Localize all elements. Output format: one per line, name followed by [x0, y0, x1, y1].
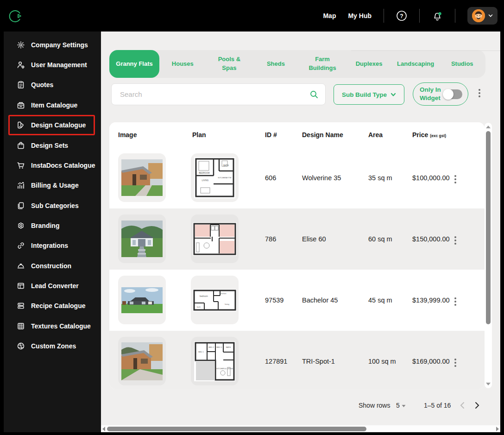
cell-name: Elise 60	[302, 235, 326, 243]
svg-text:BED 2: BED 2	[208, 346, 214, 348]
sidebar-item-label: User Management	[31, 61, 87, 69]
design-floor-plan[interactable]: BEDROOMBATHLIVINGKITCHENETTE	[191, 153, 239, 202]
sidebar-item-design-sets[interactable]: Design Sets	[4, 135, 101, 155]
scroll-down-arrow-icon[interactable]	[486, 383, 491, 385]
sidebar-item-company-settings[interactable]: Company Settings	[4, 35, 101, 55]
sidebar-item-custom-zones[interactable]: Custom Zones	[4, 336, 101, 356]
cell-area: 60 sq m	[368, 235, 392, 243]
row-more-options-button[interactable]	[454, 175, 456, 183]
tab-landscaping[interactable]: Landscaping	[392, 50, 439, 78]
row-more-options-button[interactable]	[454, 236, 456, 245]
col-area: Area	[368, 131, 383, 139]
clipboard-icon	[17, 81, 25, 89]
design-photo[interactable]	[118, 214, 166, 263]
sub-build-type-dropdown[interactable]: Sub Build Type	[334, 84, 404, 105]
cell-name: Bachelor 45	[302, 296, 338, 304]
horizontal-scrollbar[interactable]	[101, 425, 500, 432]
scrollbar-thumb[interactable]	[486, 131, 491, 324]
sidebar-item-quotes[interactable]: Quotes	[4, 75, 101, 95]
only-in-widget-switch[interactable]	[444, 89, 462, 99]
scroll-left-arrow-icon[interactable]	[102, 427, 105, 431]
grid-icon	[17, 322, 25, 330]
design-photo[interactable]	[118, 153, 166, 202]
cell-price: $150,000.00	[412, 235, 450, 243]
search-icon[interactable]	[309, 90, 319, 99]
swatches-icon	[17, 121, 25, 129]
sidebar-item-label: Custom Zones	[31, 342, 76, 350]
scroll-right-arrow-icon[interactable]	[496, 427, 499, 431]
cart-icon	[17, 161, 25, 170]
table-row[interactable]: BED 1BED 2BED 3BATHKITCHEN & LIVING 1278…	[109, 331, 485, 389]
table-vertical-scrollbar[interactable]	[485, 123, 492, 388]
sidebar-item-label: InstaDocs Catalogue	[31, 162, 95, 169]
previous-page-button[interactable]	[460, 402, 465, 409]
search-input[interactable]	[120, 90, 309, 98]
pagination: Show rows 5 1–5 of 16	[101, 397, 485, 414]
scrollbar-thumb[interactable]	[107, 427, 366, 431]
table-row[interactable]: 786 Elise 60 60 sq m $150,000.00	[109, 208, 485, 270]
help-icon[interactable]: ?	[396, 10, 407, 21]
search-box	[111, 83, 326, 105]
app-logo-icon[interactable]	[7, 8, 23, 24]
sidebar-item-instadocs-catalogue[interactable]: InstaDocs Catalogue	[4, 155, 101, 175]
svg-text:bedroom: bedroom	[200, 295, 208, 297]
sidebar-item-integrations[interactable]: Integrations	[4, 236, 101, 256]
tab-duplexes[interactable]: Duplexes	[346, 50, 392, 78]
chevron-down-icon	[391, 92, 396, 97]
show-rows-label: Show rows	[359, 402, 390, 409]
rows-per-page-select[interactable]: 5	[396, 402, 406, 409]
nav-myhub-link[interactable]: My Hub	[348, 12, 372, 19]
row-more-options-button[interactable]	[454, 297, 456, 306]
design-floor-plan[interactable]: BED 1BED 2BED 3BATHKITCHEN & LIVING	[191, 337, 239, 385]
filters-more-options-button[interactable]	[479, 89, 480, 97]
nav-map-link[interactable]: Map	[323, 12, 336, 19]
tab-sheds[interactable]: Sheds	[252, 50, 299, 78]
row-more-options-button[interactable]	[454, 359, 456, 367]
stack-icon	[17, 302, 25, 310]
tab-studios[interactable]: Studios	[439, 50, 485, 78]
design-photo[interactable]	[118, 337, 166, 385]
sidebar-item-label: Billing & Usage	[31, 182, 79, 189]
tab-granny-flats[interactable]: Granny Flats	[109, 50, 159, 78]
sidebar-item-recipe-catalogue[interactable]: Recipe Catalogue	[4, 296, 101, 316]
design-floor-plan[interactable]: bedroomkitchenlivingbath	[191, 276, 239, 324]
chevron-down-icon	[488, 13, 493, 18]
window-icon	[17, 282, 25, 290]
sidebar-item-sub-categories[interactable]: Sub Categories	[4, 195, 101, 215]
cell-name: TRI-Spot-1	[302, 358, 335, 365]
sidebar-item-design-catalogue[interactable]: Design Catalogue	[8, 115, 95, 135]
sidebar-item-label: Design Catalogue	[31, 121, 86, 129]
sidebar-item-label: Recipe Catalogue	[31, 302, 85, 309]
sidebar-item-construction[interactable]: Construction	[4, 256, 101, 276]
build-type-tabbar: Granny Flats Houses Pools & Spas Sheds F…	[109, 50, 485, 78]
sidebar-item-user-management[interactable]: User Management	[4, 55, 101, 75]
svg-text:BATH: BATH	[226, 346, 231, 348]
sidebar-item-item-catalogue[interactable]: Item Catalogue	[4, 95, 101, 115]
tab-pools-spas[interactable]: Pools & Spas	[206, 50, 253, 78]
sidebar-item-billing-usage[interactable]: Billing & Usage	[4, 176, 101, 195]
notifications-bell-icon[interactable]	[432, 10, 443, 21]
tab-houses[interactable]: Houses	[159, 50, 206, 78]
table-row[interactable]: BEDROOMBATHLIVINGKITCHENETTE 606 Wolveri…	[109, 147, 485, 208]
design-table: Image Plan ID # Design Name Area Price (…	[109, 122, 485, 389]
sidebar-item-lead-converter[interactable]: Lead Converter	[4, 276, 101, 296]
tab-farm-buildings[interactable]: Farm Buildings	[299, 50, 346, 78]
svg-text:kitchen: kitchen	[220, 292, 227, 295]
globe-icon	[17, 342, 25, 350]
sidebar-item-branding[interactable]: Branding	[4, 215, 101, 235]
bag-icon	[17, 141, 25, 150]
design-floor-plan[interactable]	[191, 214, 239, 263]
col-plan: Plan	[192, 131, 206, 139]
next-page-button[interactable]	[475, 402, 480, 409]
table-row[interactable]: bedroomkitchenlivingbath 97539 Bachelor …	[109, 270, 485, 331]
sidebar-item-textures-catalogue[interactable]: Textures Catalogue	[4, 316, 101, 336]
svg-text:BED 3: BED 3	[216, 346, 222, 348]
header-nav: Map My Hub ?	[323, 0, 498, 32]
only-in-widget-toggle-group[interactable]: Only InWidget	[413, 82, 468, 106]
scroll-up-arrow-icon[interactable]	[486, 126, 491, 128]
main-content: Granny Flats Houses Pools & Spas Sheds F…	[101, 32, 500, 432]
user-menu[interactable]	[467, 7, 498, 25]
col-name: Design Name	[302, 131, 343, 139]
design-photo[interactable]	[118, 276, 166, 324]
svg-text:BEDROOM: BEDROOM	[199, 172, 210, 174]
